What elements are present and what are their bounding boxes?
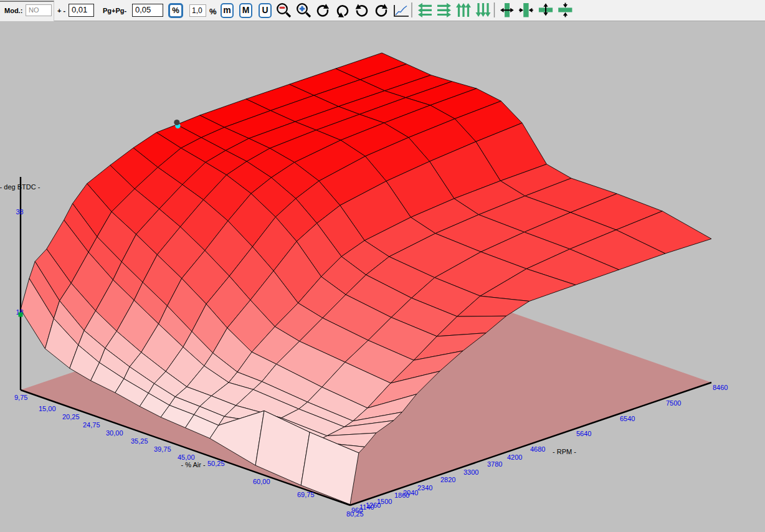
svg-text:4200: 4200 — [507, 454, 522, 461]
svg-text:45,00: 45,00 — [178, 454, 195, 461]
svg-text:6540: 6540 — [620, 415, 635, 422]
svg-text:35,25: 35,25 — [131, 437, 148, 445]
svg-text:2820: 2820 — [440, 476, 455, 483]
svg-text:38: 38 — [16, 208, 23, 216]
svg-text:1500: 1500 — [377, 498, 392, 505]
svg-text:39,75: 39,75 — [154, 445, 171, 453]
svg-text:2040: 2040 — [403, 489, 418, 496]
svg-text:- % Air -: - % Air - — [181, 461, 205, 468]
svg-text:30,00: 30,00 — [106, 429, 123, 437]
svg-text:15,00: 15,00 — [39, 405, 56, 412]
svg-text:20,25: 20,25 — [62, 413, 80, 420]
svg-text:3300: 3300 — [463, 468, 478, 476]
svg-text:5640: 5640 — [576, 430, 591, 437]
svg-text:4680: 4680 — [530, 445, 545, 453]
svg-text:24,75: 24,75 — [83, 421, 100, 429]
svg-text:50,25: 50,25 — [207, 460, 225, 467]
svg-text:3780: 3780 — [487, 460, 502, 468]
svg-text:60,00: 60,00 — [253, 478, 270, 485]
svg-text:2340: 2340 — [417, 484, 432, 492]
svg-text:8460: 8460 — [713, 384, 728, 391]
svg-text:69,75: 69,75 — [297, 491, 315, 498]
svg-text:9,75: 9,75 — [14, 394, 27, 401]
svg-text:- deg BTDC -: - deg BTDC - — [0, 183, 40, 191]
svg-text:7500: 7500 — [666, 399, 681, 407]
svg-text:- RPM -: - RPM - — [553, 448, 576, 455]
svg-text:80,25: 80,25 — [346, 510, 364, 518]
